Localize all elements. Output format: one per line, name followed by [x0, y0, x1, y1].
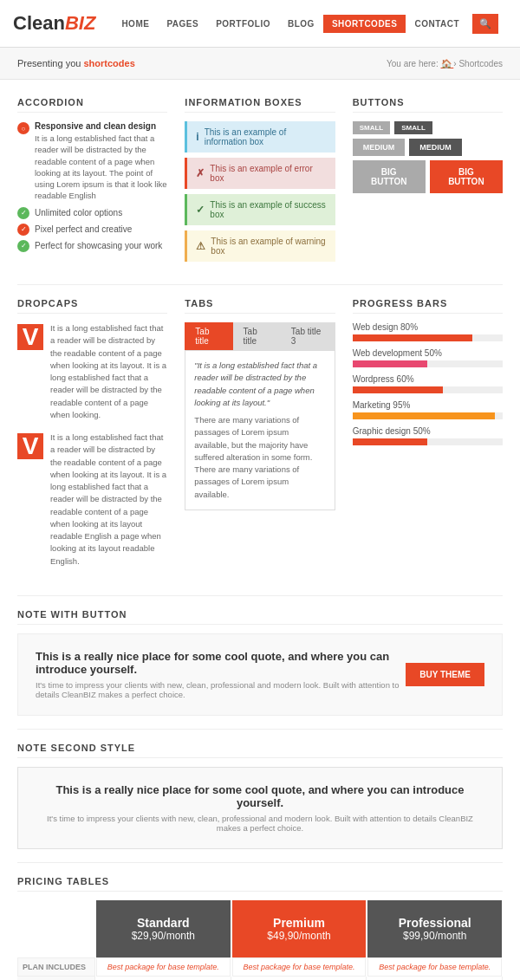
dropcap-block-2: V It is a long established fact that a r…	[17, 432, 167, 568]
note-with-button: This is a really nice place for some coo…	[17, 633, 503, 716]
best-premium: Best package for base template.	[232, 957, 367, 977]
pricing-header-professional: Professional $99,90/month	[367, 900, 502, 957]
tab-content: "It is a long established fact that a re…	[185, 350, 335, 510]
button-medium-dark[interactable]: MEDIUM	[409, 139, 462, 156]
progress-track-1	[353, 334, 503, 341]
pricing-spacer	[17, 900, 95, 957]
dropcaps-section: DROPCAPS V It is a long established fact…	[17, 298, 167, 578]
search-icon[interactable]: 🔍	[472, 14, 498, 34]
note-quote: This is a really nice place for some coo…	[36, 650, 406, 676]
accordion-bullet-1: ○	[17, 122, 29, 134]
info-icon-green: ✓	[196, 204, 205, 216]
note-button-title: NOTE WITH BUTTON	[17, 609, 503, 625]
tab-2[interactable]: Tab title	[233, 322, 281, 350]
progress-3: Wordpress 60%	[353, 374, 503, 393]
dropcap-letter-2: V	[17, 433, 43, 459]
dropcap-block-1: V It is a long established fact that a r…	[17, 322, 167, 421]
divider-3	[17, 729, 503, 730]
plan-standard-support: 24/7 Support	[95, 977, 231, 980]
button-small-dark[interactable]: SMALL	[394, 121, 432, 134]
progress-track-4	[353, 412, 503, 419]
info-boxes-section: INFORMATION BOXES i This is an example o…	[185, 97, 335, 267]
divider-1	[17, 284, 503, 285]
logo-clean: Clean	[13, 12, 65, 35]
breadcrumb-bar: Presenting you shortcodes You are here: …	[0, 48, 520, 80]
plan-row-support: Support 24/7 Support 24/7 Support 24/7 S…	[17, 977, 503, 980]
progress-track-5	[353, 438, 503, 445]
progress-title: PROGRESS BARS	[353, 298, 503, 314]
progress-label-5: Graphic design 50%	[353, 426, 503, 436]
progress-bars-section: PROGRESS BARS Web design 80% Web develop…	[353, 298, 503, 578]
plan-includes-label: PLAN INCLUDES	[17, 957, 95, 977]
progress-1: Web design 80%	[353, 322, 503, 341]
divider-2	[17, 595, 503, 596]
nav-blog[interactable]: BLOG	[279, 19, 323, 29]
dropcaps-title: DROPCAPS	[17, 298, 167, 314]
accordion-section: ACCORDION ○ Responsive and clean design …	[17, 97, 167, 267]
info-box-green: ✓ This is an example of success box	[185, 194, 335, 225]
info-box-blue: i This is an example of information box	[185, 121, 335, 153]
progress-fill-3	[353, 386, 443, 393]
pricing-header-premium: Premium $49,90/month	[232, 900, 367, 957]
plan-premium-support: 24/7 Support	[231, 977, 367, 980]
progress-track-2	[353, 360, 503, 367]
header: Clean BIZ HOME PAGES PORTFOLIO BLOG SHOR…	[0, 0, 520, 48]
nav-contact[interactable]: CONTACT	[406, 19, 468, 29]
plan-professional-support: 24/7 Support	[367, 977, 503, 980]
button-row-3: BIG BUTTON BIG BUTTON	[353, 160, 503, 193]
info-icon-blue: i	[196, 131, 198, 143]
info-box-red: ✗ This is an example of error box	[185, 158, 335, 189]
dropcap-text-1: It is a long established fact that a rea…	[50, 322, 167, 421]
buttons-section: BUTTONS SMALL SMALL MEDIUM MEDIUM BIG BU…	[353, 97, 503, 267]
accordion-title: ACCORDION	[17, 97, 167, 113]
dropcap-letter-1: V	[17, 324, 43, 350]
note-second-style: This is a really nice place for some coo…	[17, 767, 503, 849]
progress-4: Marketing 95%	[353, 400, 503, 419]
button-large-gray[interactable]: BIG BUTTON	[353, 160, 426, 193]
button-large-orange[interactable]: BIG BUTTON	[430, 160, 503, 193]
progress-label-1: Web design 80%	[353, 322, 503, 332]
accordion-item-1: ○ Responsive and clean design It is a lo…	[17, 121, 167, 202]
accordion-bullet-2: ✓	[17, 207, 29, 219]
breadcrumb-home[interactable]: 🏠	[441, 59, 454, 68]
tabs-section: TABS Tab title Tab title Tab title 3 "It…	[185, 298, 335, 578]
row-2: DROPCAPS V It is a long established fact…	[17, 298, 503, 578]
row-1: ACCORDION ○ Responsive and clean design …	[17, 97, 503, 267]
tab-body-text: There are many variations of passages of…	[194, 414, 325, 501]
button-small-gray[interactable]: SMALL	[353, 121, 391, 134]
progress-5: Graphic design 50%	[353, 426, 503, 445]
tabs-title: TABS	[185, 298, 335, 314]
progress-label-4: Marketing 95%	[353, 400, 503, 410]
logo-biz: BIZ	[65, 12, 95, 35]
note-second-subtext: It's time to impress your clients with n…	[36, 814, 484, 833]
best-standard: Best package for base template.	[96, 957, 231, 977]
tab-1[interactable]: Tab title	[185, 322, 232, 350]
buy-theme-button[interactable]: BUY THEME	[406, 663, 484, 686]
nav-portfolio[interactable]: PORTFOLIO	[207, 19, 279, 29]
accordion-item-2: ✓ Unlimited color options	[17, 207, 167, 219]
info-icon-yellow: ⚠	[196, 240, 205, 252]
pricing-section: PRICING TABLES Standard $29,90/month Pre…	[17, 876, 503, 980]
accordion-item-3: ✓ Pixel perfect and creative	[17, 224, 167, 236]
note-subtext: It's time to impress your clients with n…	[36, 680, 406, 699]
buttons-title: BUTTONS	[353, 97, 503, 113]
nav-shortcodes[interactable]: SHORTCODES	[323, 15, 406, 33]
progress-label-3: Wordpress 60%	[353, 374, 503, 384]
pricing-header-standard: Standard $29,90/month	[96, 900, 231, 957]
note-text: This is a really nice place for some coo…	[36, 650, 406, 699]
accordion-item-title-1: Responsive and clean design	[35, 121, 167, 131]
nav-home[interactable]: HOME	[113, 19, 158, 29]
button-medium-gray[interactable]: MEDIUM	[353, 139, 406, 156]
tabs-widget: Tab title Tab title Tab title 3 "It is a…	[185, 322, 335, 510]
breadcrumb-shortcodes: shortcodes	[83, 58, 134, 68]
best-professional: Best package for base template.	[367, 957, 502, 977]
info-icon-red: ✗	[196, 167, 205, 179]
accordion-label-2: Unlimited color options	[35, 208, 122, 217]
progress-fill-5	[353, 438, 428, 445]
progress-2: Web development 50%	[353, 348, 503, 367]
note-second-title: NOTE SECOND STYLE	[17, 743, 503, 758]
progress-fill-2	[353, 360, 428, 367]
pricing-title: PRICING TABLES	[17, 876, 503, 892]
tab-3[interactable]: Tab title 3	[281, 322, 335, 350]
nav-pages[interactable]: PAGES	[158, 19, 207, 29]
